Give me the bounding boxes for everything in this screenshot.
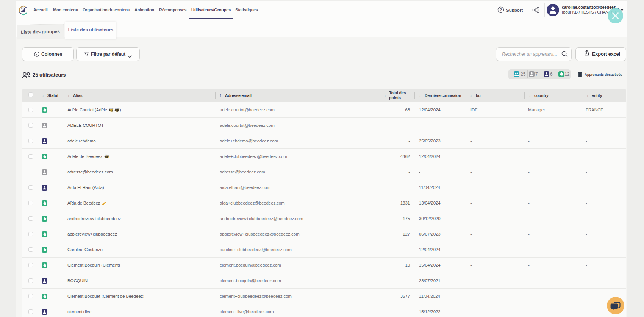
svg-text:?: ? bbox=[500, 8, 502, 12]
